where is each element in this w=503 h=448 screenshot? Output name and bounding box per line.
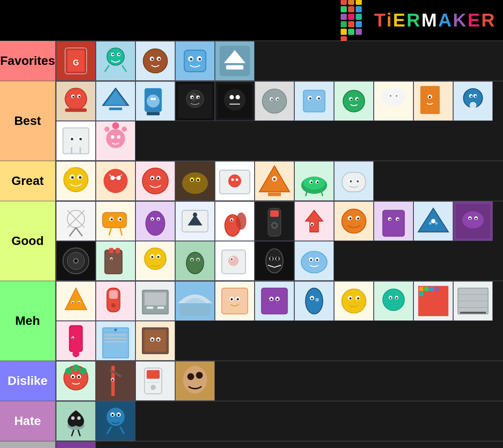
list-item[interactable] bbox=[135, 41, 175, 81]
list-item[interactable] bbox=[56, 361, 96, 401]
list-item[interactable] bbox=[294, 201, 334, 241]
svg-point-83 bbox=[79, 138, 82, 140]
svg-rect-273 bbox=[73, 350, 79, 356]
list-item[interactable] bbox=[413, 201, 453, 241]
list-item[interactable] bbox=[255, 241, 294, 281]
list-item[interactable] bbox=[96, 241, 135, 281]
list-item[interactable] bbox=[175, 81, 215, 121]
list-item[interactable] bbox=[334, 201, 374, 241]
list-item[interactable] bbox=[215, 81, 255, 121]
list-item[interactable] bbox=[96, 281, 135, 321]
svg-point-204 bbox=[228, 256, 238, 266]
svg-rect-276 bbox=[103, 328, 129, 358]
svg-rect-15 bbox=[184, 50, 206, 72]
svg-point-198 bbox=[186, 252, 203, 274]
list-item[interactable] bbox=[135, 281, 175, 321]
svg-rect-229 bbox=[145, 292, 166, 305]
list-item[interactable] bbox=[56, 121, 96, 161]
list-item[interactable] bbox=[255, 81, 294, 121]
list-item[interactable] bbox=[175, 361, 215, 401]
svg-point-167 bbox=[349, 218, 352, 220]
list-item[interactable] bbox=[334, 161, 374, 201]
svg-rect-280 bbox=[105, 341, 127, 343]
list-item[interactable] bbox=[96, 401, 135, 441]
list-item[interactable] bbox=[215, 201, 255, 241]
list-item[interactable] bbox=[135, 321, 175, 361]
svg-point-187 bbox=[74, 259, 78, 263]
list-item[interactable] bbox=[56, 401, 96, 441]
list-item[interactable] bbox=[294, 281, 334, 321]
svg-point-114 bbox=[236, 178, 238, 181]
list-item[interactable] bbox=[135, 161, 175, 201]
list-item[interactable] bbox=[175, 161, 215, 201]
list-item[interactable] bbox=[413, 281, 453, 321]
list-item[interactable] bbox=[135, 241, 175, 281]
list-item[interactable] bbox=[56, 161, 96, 201]
list-item[interactable] bbox=[215, 241, 255, 281]
list-item[interactable] bbox=[175, 41, 215, 81]
list-item[interactable] bbox=[294, 81, 334, 121]
tier-items-favorites: G bbox=[55, 41, 503, 81]
svg-rect-234 bbox=[222, 288, 248, 314]
svg-point-106 bbox=[182, 172, 208, 194]
list-item[interactable] bbox=[215, 281, 255, 321]
svg-point-248 bbox=[342, 289, 366, 313]
svg-point-287 bbox=[157, 339, 159, 341]
svg-point-74 bbox=[469, 102, 477, 109]
svg-point-45 bbox=[224, 89, 246, 111]
list-item[interactable] bbox=[96, 121, 135, 161]
list-item[interactable] bbox=[215, 161, 255, 201]
list-item[interactable] bbox=[453, 281, 493, 321]
list-item[interactable] bbox=[96, 41, 135, 81]
svg-point-307 bbox=[187, 373, 194, 380]
list-item[interactable] bbox=[453, 201, 493, 241]
list-item[interactable] bbox=[374, 281, 413, 321]
svg-point-218 bbox=[310, 259, 312, 261]
tier-label-die: die. bbox=[0, 441, 55, 448]
list-item[interactable] bbox=[255, 281, 294, 321]
list-item[interactable]: B bbox=[56, 441, 96, 448]
svg-rect-302 bbox=[146, 370, 159, 379]
list-item[interactable] bbox=[135, 201, 175, 241]
list-item[interactable] bbox=[294, 161, 334, 201]
svg-point-247 bbox=[315, 298, 319, 301]
svg-marker-220 bbox=[65, 288, 87, 310]
list-item[interactable] bbox=[215, 41, 255, 81]
list-item[interactable]: G bbox=[56, 41, 96, 81]
svg-point-294 bbox=[72, 376, 74, 378]
svg-rect-189 bbox=[109, 248, 113, 253]
list-item[interactable] bbox=[255, 161, 294, 201]
svg-rect-33 bbox=[146, 112, 159, 115]
list-item[interactable] bbox=[374, 201, 413, 241]
svg-rect-262 bbox=[435, 287, 439, 291]
list-item[interactable] bbox=[135, 361, 175, 401]
svg-point-124 bbox=[317, 181, 319, 183]
list-item[interactable] bbox=[453, 81, 493, 121]
list-item[interactable] bbox=[175, 201, 215, 241]
list-item[interactable] bbox=[334, 81, 374, 121]
list-item[interactable] bbox=[96, 321, 135, 361]
list-item[interactable] bbox=[255, 201, 294, 241]
list-item[interactable] bbox=[374, 81, 413, 121]
tier-row-meh: Meh bbox=[0, 281, 503, 361]
list-item[interactable] bbox=[294, 241, 334, 281]
tier-label-hate: Hate bbox=[0, 401, 55, 441]
list-item[interactable] bbox=[96, 161, 135, 201]
tier-items-good bbox=[55, 201, 503, 281]
list-item[interactable] bbox=[56, 201, 96, 241]
list-item[interactable] bbox=[96, 201, 135, 241]
list-item[interactable] bbox=[56, 321, 96, 361]
list-item[interactable] bbox=[175, 241, 215, 281]
list-item[interactable] bbox=[175, 281, 215, 321]
list-item[interactable] bbox=[56, 81, 96, 121]
list-item[interactable] bbox=[56, 281, 96, 321]
svg-point-149 bbox=[158, 218, 159, 220]
svg-point-196 bbox=[151, 256, 154, 258]
svg-point-10 bbox=[143, 49, 168, 73]
list-item[interactable] bbox=[135, 81, 175, 121]
list-item[interactable] bbox=[413, 81, 453, 121]
list-item[interactable] bbox=[56, 241, 96, 281]
list-item[interactable] bbox=[96, 81, 135, 121]
list-item[interactable] bbox=[334, 281, 374, 321]
list-item[interactable] bbox=[96, 361, 135, 401]
